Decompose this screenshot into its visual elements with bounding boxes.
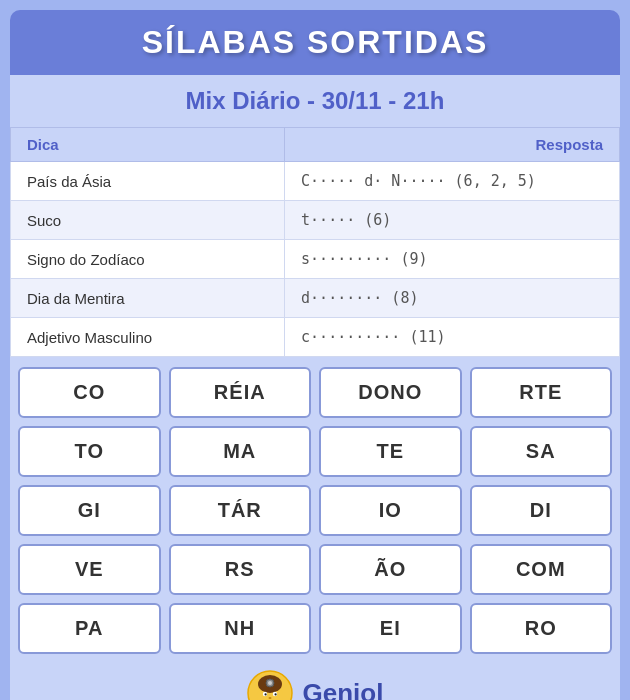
page-title: SÍLABAS SORTIDAS xyxy=(20,24,610,61)
clue-dica: Suco xyxy=(11,201,285,240)
brand-name: Geniol xyxy=(303,678,384,701)
syllable-cell[interactable]: GI xyxy=(18,485,161,536)
svg-point-7 xyxy=(268,697,271,699)
col-header-dica: Dica xyxy=(11,128,285,162)
syllable-cell[interactable]: VE xyxy=(18,544,161,595)
syllable-cell[interactable]: NH xyxy=(169,603,312,654)
clue-resposta: c·········· (11) xyxy=(285,318,620,357)
geniol-logo-icon xyxy=(247,670,293,700)
table-row: Sucot····· (6) xyxy=(11,201,620,240)
syllable-cell[interactable]: RS xyxy=(169,544,312,595)
title-bar: SÍLABAS SORTIDAS xyxy=(10,10,620,75)
syllable-cell[interactable]: SA xyxy=(470,426,613,477)
syllable-cell[interactable]: RÉIA xyxy=(169,367,312,418)
table-row: Signo do Zodíacos········· (9) xyxy=(11,240,620,279)
subtitle: Mix Diário - 30/11 - 21h xyxy=(20,87,610,115)
app-container: SÍLABAS SORTIDAS Mix Diário - 30/11 - 21… xyxy=(0,0,630,700)
syllable-cell[interactable]: ÃO xyxy=(319,544,462,595)
syllable-cell[interactable]: DONO xyxy=(319,367,462,418)
svg-point-9 xyxy=(268,681,272,685)
clue-table-wrapper: Dica Resposta País da ÁsiaC····· d· N···… xyxy=(10,127,620,357)
clue-dica: Signo do Zodíaco xyxy=(11,240,285,279)
syllable-cell[interactable]: RTE xyxy=(470,367,613,418)
syllable-cell[interactable]: TO xyxy=(18,426,161,477)
clue-resposta: s········· (9) xyxy=(285,240,620,279)
syllable-cell[interactable]: MA xyxy=(169,426,312,477)
syllable-cell[interactable]: RO xyxy=(470,603,613,654)
clue-resposta: C····· d· N····· (6, 2, 5) xyxy=(285,162,620,201)
svg-point-6 xyxy=(274,693,276,695)
syllable-cell[interactable]: EI xyxy=(319,603,462,654)
syllable-grid: CORÉIADONORTETOMATESAGITÁRIODIVERSÃOCOMP… xyxy=(10,357,620,660)
table-header-row: Dica Resposta xyxy=(11,128,620,162)
footer: Geniol xyxy=(10,660,620,700)
clue-dica: País da Ásia xyxy=(11,162,285,201)
syllable-cell[interactable]: COM xyxy=(470,544,613,595)
syllable-cell[interactable]: PA xyxy=(18,603,161,654)
col-header-resposta: Resposta xyxy=(285,128,620,162)
syllable-cell[interactable]: TE xyxy=(319,426,462,477)
syllable-cell[interactable]: CO xyxy=(18,367,161,418)
table-row: País da ÁsiaC····· d· N····· (6, 2, 5) xyxy=(11,162,620,201)
clue-table: Dica Resposta País da ÁsiaC····· d· N···… xyxy=(10,127,620,357)
table-row: Adjetivo Masculinoc·········· (11) xyxy=(11,318,620,357)
clue-resposta: d········ (8) xyxy=(285,279,620,318)
syllable-cell[interactable]: IO xyxy=(319,485,462,536)
table-row: Dia da Mentirad········ (8) xyxy=(11,279,620,318)
svg-point-5 xyxy=(264,693,266,695)
syllable-cell[interactable]: TÁR xyxy=(169,485,312,536)
subtitle-bar: Mix Diário - 30/11 - 21h xyxy=(10,75,620,127)
syllable-cell[interactable]: DI xyxy=(470,485,613,536)
clue-dica: Dia da Mentira xyxy=(11,279,285,318)
clue-dica: Adjetivo Masculino xyxy=(11,318,285,357)
clue-resposta: t····· (6) xyxy=(285,201,620,240)
